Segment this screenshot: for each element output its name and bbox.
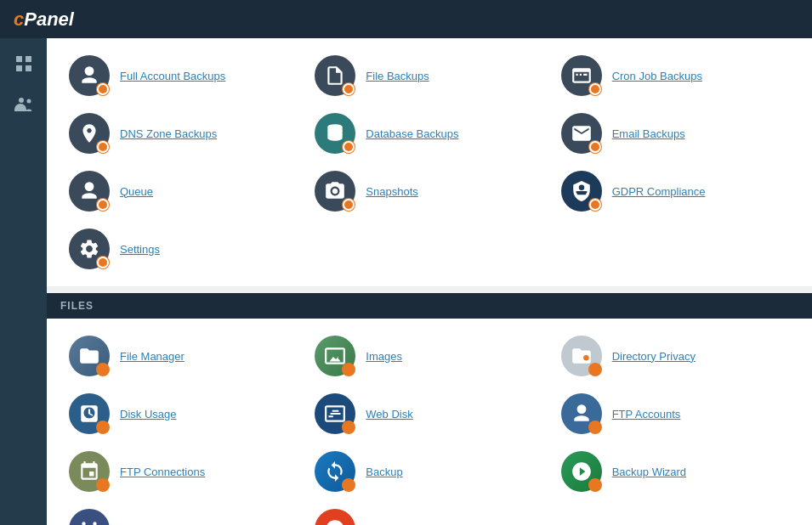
ftp-connections-label[interactable]: FTP Connections bbox=[120, 466, 205, 478]
list-item[interactable]: Backup bbox=[306, 444, 552, 499]
badge-orange bbox=[97, 199, 109, 211]
images-icon bbox=[315, 336, 355, 376]
svg-point-5 bbox=[26, 99, 31, 104]
queue-label[interactable]: Queue bbox=[120, 185, 153, 198]
badge-orange bbox=[97, 257, 109, 268]
queue-icon-wrap bbox=[69, 171, 110, 212]
file-backups-label[interactable]: File Backups bbox=[366, 70, 429, 82]
images-icon-wrap bbox=[315, 336, 355, 376]
sidebar bbox=[0, 38, 47, 525]
web-disk-icon bbox=[315, 393, 355, 434]
git-icon bbox=[69, 509, 110, 525]
backup-wizard-icon-wrap bbox=[561, 451, 602, 492]
list-item[interactable]: GDPR Compliance bbox=[553, 164, 798, 218]
settings-icon-wrap bbox=[69, 229, 110, 269]
badge-orange bbox=[97, 83, 109, 95]
file-manager-label[interactable]: File Manager bbox=[120, 350, 185, 363]
svg-rect-3 bbox=[26, 65, 31, 71]
git-icon-wrap bbox=[69, 509, 110, 525]
badge-orange bbox=[589, 199, 601, 211]
list-item[interactable]: Backup Wizard bbox=[553, 444, 798, 499]
cpanel-logo: cPanel bbox=[14, 8, 74, 31]
badge-orange bbox=[589, 83, 601, 95]
svg-rect-1 bbox=[26, 56, 31, 62]
disk-usage-icon-wrap bbox=[69, 393, 110, 434]
ftp-connections-icon-wrap bbox=[69, 451, 110, 492]
web-disk-label[interactable]: Web Disk bbox=[366, 408, 412, 421]
svg-rect-0 bbox=[16, 56, 22, 62]
jetbackup-icon bbox=[315, 509, 355, 525]
badge-orange bbox=[589, 141, 601, 153]
files-section: FILES File Manager bbox=[47, 293, 812, 525]
gdpr-icon-wrap bbox=[561, 171, 602, 212]
backups-section: Full Account Backups File Backups bbox=[47, 38, 812, 286]
dns-zone-backups-label[interactable]: DNS Zone Backups bbox=[120, 127, 217, 140]
list-item[interactable]: FTP Connections bbox=[60, 444, 306, 499]
main-layout: Full Account Backups File Backups bbox=[0, 38, 812, 525]
directory-privacy-icon bbox=[561, 336, 602, 376]
backup-label[interactable]: Backup bbox=[366, 466, 402, 478]
sidebar-users-icon[interactable] bbox=[7, 88, 41, 121]
database-backups-label[interactable]: Database Backups bbox=[366, 127, 458, 140]
file-manager-icon bbox=[69, 336, 110, 376]
directory-privacy-icon-wrap bbox=[561, 336, 602, 376]
list-item[interactable]: Disk Usage bbox=[60, 387, 306, 441]
list-item[interactable]: DNS Zone Backups bbox=[60, 106, 306, 161]
backups-grid: Full Account Backups File Backups bbox=[47, 38, 812, 286]
backup-wizard-label[interactable]: Backup Wizard bbox=[612, 466, 686, 478]
list-item[interactable]: Git™ Version Control bbox=[60, 502, 306, 525]
files-grid: File Manager Images bbox=[47, 319, 812, 525]
email-backups-icon-wrap bbox=[561, 113, 602, 154]
ftp-connections-icon bbox=[69, 451, 110, 492]
ftp-accounts-label[interactable]: FTP Accounts bbox=[612, 408, 681, 421]
disk-usage-icon bbox=[69, 393, 110, 434]
list-item[interactable]: Cron Job Backups bbox=[553, 48, 798, 103]
backup-icon bbox=[315, 451, 355, 492]
list-item[interactable]: Email Backups bbox=[553, 106, 798, 161]
backup-icon-wrap bbox=[315, 451, 355, 492]
top-nav: cPanel bbox=[0, 0, 812, 38]
images-label[interactable]: Images bbox=[366, 350, 402, 363]
list-item[interactable]: JetBackup bbox=[306, 502, 552, 525]
backup-wizard-icon bbox=[561, 451, 602, 492]
list-item[interactable]: Images bbox=[306, 329, 552, 383]
directory-privacy-label[interactable]: Directory Privacy bbox=[612, 350, 696, 363]
list-item[interactable]: Queue bbox=[60, 164, 306, 218]
list-item[interactable]: File Backups bbox=[306, 48, 552, 103]
svg-point-4 bbox=[19, 98, 24, 103]
ftp-accounts-icon bbox=[561, 393, 602, 434]
list-item[interactable]: Web Disk bbox=[306, 387, 552, 441]
list-item[interactable]: Snapshots bbox=[306, 164, 552, 218]
list-item[interactable]: Directory Privacy bbox=[553, 329, 798, 383]
svg-point-7 bbox=[583, 355, 589, 361]
dns-zone-backups-icon-wrap bbox=[69, 113, 110, 154]
snapshots-icon-wrap bbox=[315, 171, 355, 212]
cron-job-backups-icon-wrap bbox=[561, 55, 602, 96]
jetbackup-icon-wrap bbox=[315, 509, 355, 525]
svg-point-9 bbox=[93, 522, 96, 525]
list-item[interactable]: Database Backups bbox=[306, 106, 552, 161]
snapshots-label[interactable]: Snapshots bbox=[366, 185, 417, 198]
content-area: Full Account Backups File Backups bbox=[47, 38, 812, 525]
svg-rect-2 bbox=[16, 65, 22, 71]
list-item[interactable]: File Manager bbox=[60, 329, 306, 383]
svg-point-10 bbox=[82, 522, 85, 525]
badge-orange bbox=[97, 141, 109, 153]
full-account-backups-label[interactable]: Full Account Backups bbox=[120, 70, 225, 82]
email-backups-label[interactable]: Email Backups bbox=[612, 127, 685, 140]
ftp-accounts-icon-wrap bbox=[561, 393, 602, 434]
gdpr-label[interactable]: GDPR Compliance bbox=[612, 185, 706, 198]
database-backups-icon-wrap bbox=[315, 113, 355, 154]
list-item[interactable]: Settings bbox=[60, 222, 306, 276]
disk-usage-label[interactable]: Disk Usage bbox=[120, 408, 176, 421]
settings-label[interactable]: Settings bbox=[120, 243, 160, 256]
full-account-backups-icon-wrap bbox=[69, 55, 110, 96]
cron-job-backups-label[interactable]: Cron Job Backups bbox=[612, 70, 702, 82]
file-backups-icon-wrap bbox=[315, 55, 355, 96]
files-section-header: FILES bbox=[47, 293, 812, 319]
web-disk-icon-wrap bbox=[315, 393, 355, 434]
sidebar-grid-icon[interactable] bbox=[7, 47, 41, 81]
list-item[interactable]: Full Account Backups bbox=[60, 48, 306, 103]
file-manager-icon-wrap bbox=[69, 336, 110, 376]
list-item[interactable]: FTP Accounts bbox=[553, 387, 798, 441]
